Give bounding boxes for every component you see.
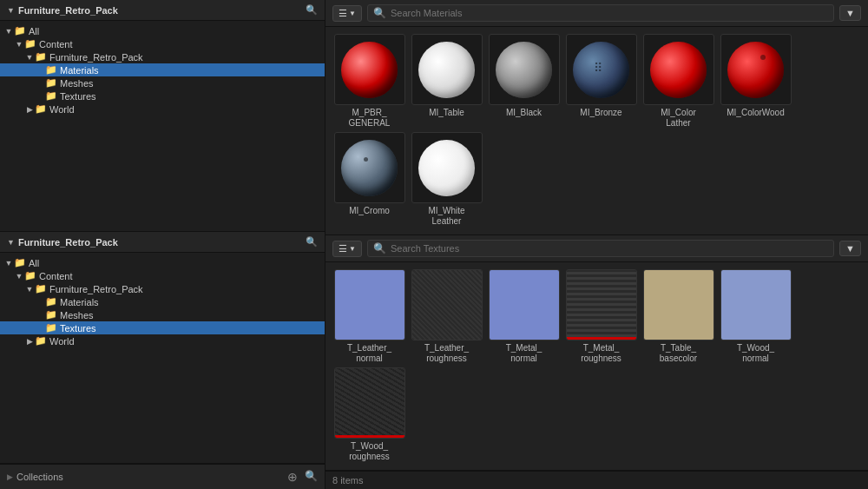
asset-tile-t4[interactable]: T_Metal_roughness (564, 269, 638, 364)
materials-panel-search-icon[interactable]: 🔍 (306, 4, 318, 16)
tree-item-frp-1[interactable]: ▼ 📁 Furniture_Retro_Pack (0, 50, 325, 63)
asset-label-t5: T_Table_basecolor (660, 343, 697, 364)
materials-tree-section: ▼ Furniture_Retro_Pack 🔍 ▼ 📁 All ▼ 📁 Con… (0, 0, 325, 232)
arrow-icon: ▼ (14, 272, 24, 281)
asset-tile-m2[interactable]: MI_Table (410, 34, 483, 129)
arrow-icon: ▼ (3, 27, 14, 36)
tree-item-world-2[interactable]: ▶ 📁 World (0, 334, 325, 347)
materials-view-dropdown[interactable]: ▼ (839, 5, 861, 21)
tree-item-label: Meshes (60, 78, 94, 89)
textures-filter-button[interactable]: ☰ ▼ (332, 241, 362, 257)
sphere-white-m2 (418, 42, 475, 98)
asset-label-t7: T_Wood_roughness (349, 441, 390, 462)
tex-swatch-t5 (644, 270, 713, 340)
asset-label-m8: MI_WhiteLeather (428, 206, 464, 227)
collections-add-button[interactable]: ⊕ (287, 470, 298, 484)
asset-tile-m7[interactable]: MI_Cromo (332, 132, 406, 227)
tree-item-label: World (49, 336, 75, 347)
tree-item-label: All (29, 26, 39, 36)
chevron-down-icon: ▼ (349, 245, 356, 253)
collections-bar: ▶ Collections ⊕ 🔍 (0, 464, 325, 489)
asset-label-t4: T_Metal_roughness (581, 343, 621, 364)
materials-tree-header: ▼ Furniture_Retro_Pack 🔍 (0, 0, 325, 21)
tree-item-all-2[interactable]: ▼ 📁 All (0, 256, 325, 269)
tree-item-label: World (49, 104, 75, 115)
tex-thumb-t6 (720, 269, 792, 340)
asset-label-m5: MI_ColorLather (661, 108, 696, 129)
tree-item-world-1[interactable]: ▶ 📁 World (0, 102, 325, 116)
asset-label-t1: T_Leather_normal (347, 343, 391, 364)
tree-item-textures-1[interactable]: 📁 Textures (0, 89, 325, 102)
folder-icon: 📁 (14, 25, 26, 36)
textures-panel-search-icon[interactable]: 🔍 (306, 236, 318, 248)
asset-thumb-m2 (411, 34, 483, 105)
folder-icon: 📁 (45, 309, 57, 320)
materials-tree-content: ▼ 📁 All ▼ 📁 Content ▼ 📁 Furniture_Retro_… (0, 21, 325, 231)
asset-tile-m8[interactable]: MI_WhiteLeather (410, 132, 483, 227)
asset-label-m2: MI_Table (429, 108, 464, 118)
tree-item-materials[interactable]: 📁 Materials (0, 63, 325, 76)
tree-item-materials-2[interactable]: 📁 Materials (0, 295, 325, 308)
asset-thumb-m3 (489, 34, 560, 105)
chevron-right-icon: ▶ (7, 472, 13, 481)
arrow-icon: ▶ (24, 337, 35, 346)
tex-swatch-t6 (721, 270, 791, 340)
search-icon: 🔍 (373, 242, 386, 254)
asset-tile-t2[interactable]: T_Leather_roughness (410, 269, 483, 364)
sphere-chrome-m7 (341, 140, 398, 196)
tree-item-label: Meshes (60, 310, 94, 320)
sphere-gray-m3 (496, 42, 552, 98)
asset-tile-t6[interactable]: T_Wood_normal (719, 269, 792, 364)
tree-item-all-1[interactable]: ▼ 📁 All (0, 24, 325, 37)
asset-label-t2: T_Leather_roughness (424, 343, 469, 364)
red-bar-t4 (567, 337, 636, 340)
tex-thumb-t7 (334, 367, 405, 439)
tex-thumb-t4 (566, 269, 637, 340)
chevron-down-icon: ▼ (7, 6, 15, 15)
sphere-red-leather-m5 (650, 42, 707, 98)
folder-icon: 📁 (35, 283, 47, 294)
folder-icon: 📁 (45, 77, 57, 89)
tree-item-content-2[interactable]: ▼ 📁 Content (0, 269, 325, 282)
materials-search-bar: 🔍 (367, 4, 834, 22)
folder-icon: 📁 (45, 64, 57, 76)
asset-tile-m1[interactable]: M_PBR_GENERAL (332, 34, 406, 129)
folder-icon: 📁 (35, 335, 47, 347)
textures-view-dropdown[interactable]: ▼ (839, 241, 861, 256)
filter-icon: ☰ (339, 8, 347, 19)
asset-tile-t5[interactable]: T_Table_basecolor (641, 269, 715, 364)
materials-filter-button[interactable]: ☰ ▼ (332, 5, 362, 22)
asset-tile-m4[interactable]: MI_Bronze (564, 34, 638, 129)
sphere-bowling-m4 (573, 42, 629, 98)
tree-item-meshes-1[interactable]: 📁 Meshes (0, 76, 325, 89)
asset-tile-m3[interactable]: MI_Black (487, 34, 561, 129)
tree-item-content-1[interactable]: ▼ 📁 Content (0, 37, 325, 50)
asset-tile-m5[interactable]: MI_ColorLather (641, 34, 715, 129)
tree-item-frp-2[interactable]: ▼ 📁 Furniture_Retro_Pack (0, 282, 325, 295)
red-bar-t7 (335, 435, 404, 438)
folder-icon: 📁 (45, 322, 57, 334)
tex-swatch-t7 (335, 368, 404, 438)
asset-tile-t3[interactable]: T_Metal_normal (487, 269, 561, 364)
sphere-red-m1 (341, 42, 398, 98)
textures-search-input[interactable] (391, 243, 828, 254)
asset-label-m6: MI_ColorWood (727, 108, 785, 118)
materials-panel-title-text: Furniture_Retro_Pack (18, 5, 118, 16)
asset-tile-m6[interactable]: MI_ColorWood (719, 34, 792, 129)
arrow-icon (35, 92, 45, 101)
asset-tile-t7[interactable]: T_Wood_roughness (332, 367, 406, 462)
tree-item-meshes-2[interactable]: 📁 Meshes (0, 308, 325, 321)
arrow-icon: ▼ (3, 259, 14, 268)
arrow-icon: ▼ (14, 40, 24, 49)
asset-thumb-m4 (566, 34, 637, 105)
tree-item-textures-sel[interactable]: 📁 Textures (0, 321, 325, 334)
asset-tile-t1[interactable]: T_Leather_normal (332, 269, 406, 364)
collections-search-icon[interactable]: 🔍 (305, 470, 318, 484)
asset-thumb-m1 (334, 34, 405, 105)
asset-label-m1: M_PBR_GENERAL (349, 108, 391, 129)
tex-swatch-t1 (335, 270, 404, 340)
tex-swatch-t2 (412, 270, 482, 340)
materials-search-input[interactable] (391, 8, 828, 18)
tex-thumb-t1 (334, 269, 405, 340)
tree-item-label: Materials (60, 297, 99, 307)
